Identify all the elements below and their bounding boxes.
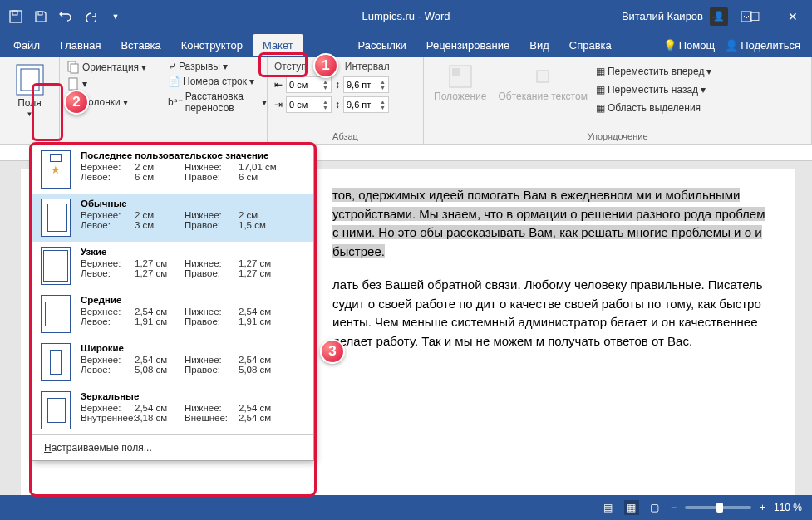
send-backward-button: ▦ Переместить назад ▾ — [596, 82, 711, 97]
callout-1-num: 1 — [313, 53, 338, 78]
zoom-slider[interactable] — [685, 506, 751, 509]
svg-rect-8 — [69, 78, 77, 90]
redo-icon[interactable] — [79, 5, 102, 28]
qat-dropdown-icon[interactable]: ▼ — [104, 5, 127, 28]
space-before-input[interactable]: 9,6 пт▲▼ — [343, 76, 389, 93]
indent-right-input[interactable]: 0 см▲▼ — [286, 96, 332, 113]
tab-file[interactable]: Файл — [3, 34, 50, 56]
margin-preview-icon — [41, 150, 71, 189]
statusbar: ▤ ▦ ▢ − + 110 % — [0, 495, 812, 520]
svg-rect-1 — [12, 11, 17, 15]
save-icon[interactable] — [29, 5, 52, 28]
tab-layout[interactable]: Макет — [253, 34, 303, 56]
margin-option[interactable]: Обычные Верхнее:2 смНижнее:2 см Левое:3 … — [32, 194, 313, 242]
space-after-input[interactable]: 9,6 пт▲▼ — [343, 96, 389, 113]
margin-option[interactable]: Узкие Верхнее:1,27 смНижнее:1,27 см Лево… — [32, 242, 313, 290]
margin-preview-icon — [41, 199, 71, 237]
margin-preview-icon — [41, 295, 71, 333]
zoom-value[interactable]: 110 % — [774, 502, 802, 513]
indent-right-icon: ⇥ — [274, 99, 283, 110]
web-layout-icon[interactable]: ▢ — [647, 500, 662, 515]
bring-forward-button: ▦ Переместить вперед ▾ — [596, 64, 711, 79]
hyphenation-button[interactable]: bᵃ⁻ Расстановка переносов ▾ — [168, 89, 267, 115]
body-text[interactable]: лать без Вашей обратной связи. Любому че… — [332, 277, 763, 348]
space-after-icon: ↕ — [335, 99, 340, 110]
tab-view[interactable]: Вид — [519, 34, 559, 56]
callout-3-num: 3 — [320, 339, 345, 364]
window-title: Lumpics.ru - Word — [362, 10, 450, 22]
margin-option-name: Обычные — [81, 199, 305, 208]
maximize-button[interactable]: ☐ — [736, 0, 774, 32]
margins-icon — [16, 64, 44, 96]
line-numbers-button[interactable]: 📄 Номера строк ▾ — [168, 74, 267, 89]
ribbon-tabs: Файл Главная Вставка Конструктор Макет С… — [0, 32, 812, 57]
margin-option-name: Средние — [81, 295, 305, 305]
svg-rect-0 — [10, 11, 22, 22]
indent-left-icon: ⇤ — [274, 79, 283, 91]
position-button: Положение — [431, 61, 490, 115]
titlebar: ▼ Lumpics.ru - Word Виталий Каиров 👤 ─ ☐… — [0, 0, 812, 32]
svg-rect-12 — [452, 68, 460, 76]
margins-dropdown: Последнее пользовательское значение Верх… — [32, 145, 314, 461]
zoom-in-button[interactable]: + — [760, 502, 765, 513]
margin-option[interactable]: Последнее пользовательское значение Верх… — [32, 145, 313, 194]
custom-margins-link[interactable]: Настраиваемые поля... — [32, 434, 313, 460]
selected-text[interactable]: тов, одержимых идеей помогать Вам в ежед… — [332, 188, 765, 258]
wrap-icon — [530, 64, 555, 89]
svg-rect-13 — [537, 71, 549, 82]
breaks-button[interactable]: ⤶ Разрывы ▾ — [168, 59, 267, 74]
tab-review[interactable]: Рецензирование — [416, 34, 519, 56]
callout-2-num: 2 — [64, 90, 89, 115]
margin-option[interactable]: Средние Верхнее:2,54 смНижнее:2,54 см Ле… — [32, 290, 313, 338]
margin-preview-icon — [41, 247, 71, 285]
autosave-icon[interactable] — [4, 5, 27, 28]
margin-option[interactable]: Зеркальные Верхнее:2,54 смНижнее:2,54 см… — [32, 386, 313, 434]
svg-rect-7 — [71, 64, 78, 73]
undo-icon[interactable] — [54, 5, 77, 28]
size-icon — [66, 77, 80, 91]
tab-help[interactable]: Справка — [559, 34, 622, 56]
close-button[interactable]: ✕ — [774, 0, 812, 32]
zoom-out-button[interactable]: − — [671, 502, 677, 513]
margin-preview-icon — [41, 343, 71, 381]
margin-option[interactable]: Широкие Верхнее:2,54 смНижнее:2,54 см Ле… — [32, 338, 313, 386]
share-button[interactable]: 👤 Поделиться — [725, 39, 800, 52]
position-icon — [448, 64, 473, 89]
margins-button[interactable]: Поля ▼ — [7, 61, 52, 121]
selection-pane-button: ▦ Область выделения — [596, 101, 711, 115]
svg-rect-2 — [38, 12, 42, 15]
wrap-button: Обтекание текстом — [495, 61, 590, 115]
space-before-icon: ↕ — [335, 79, 340, 91]
tell-me[interactable]: 💡 Помощ — [663, 39, 715, 52]
print-layout-icon[interactable]: ▦ — [624, 500, 639, 515]
margin-option-name: Узкие — [81, 247, 305, 257]
tab-insert[interactable]: Вставка — [111, 34, 170, 56]
ribbon: Поля ▼ Ориентация ▾ ▾ Колонки ▾ ⤶ Разрыв… — [0, 57, 812, 145]
tab-design[interactable]: Конструктор — [171, 34, 253, 56]
read-mode-icon[interactable]: ▤ — [601, 500, 616, 515]
margin-preview-icon — [41, 391, 71, 429]
orientation-icon — [66, 61, 80, 74]
margin-option-name: Последнее пользовательское значение — [81, 150, 305, 160]
margin-option-name: Широкие — [81, 343, 305, 353]
user-name[interactable]: Виталий Каиров — [622, 10, 703, 22]
margin-option-name: Зеркальные — [81, 391, 305, 401]
tab-mailings[interactable]: Рассылки — [347, 34, 416, 56]
tab-home[interactable]: Главная — [50, 34, 111, 56]
minimize-button[interactable]: ─ — [697, 0, 736, 32]
indent-left-input[interactable]: 0 см▲▼ — [286, 76, 332, 93]
